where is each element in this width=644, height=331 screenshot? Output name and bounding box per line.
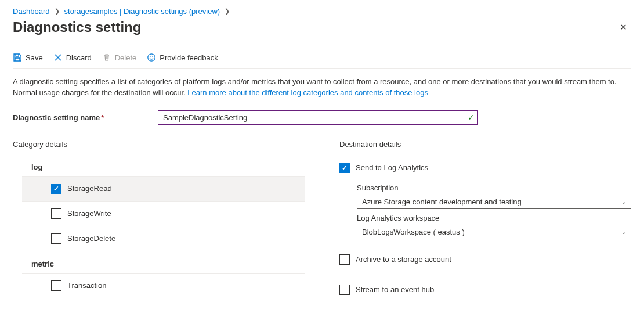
category-row-transaction[interactable]: Transaction bbox=[22, 274, 305, 298]
discard-label: Discard bbox=[66, 53, 92, 62]
subscription-label: Subscription bbox=[357, 184, 631, 192]
svg-point-1 bbox=[150, 56, 151, 57]
setting-name-input[interactable] bbox=[158, 110, 478, 125]
checkbox-eventhub[interactable] bbox=[339, 285, 350, 295]
toolbar: Save Discard Delete Provide feedback bbox=[13, 53, 631, 69]
chevron-down-icon: ⌄ bbox=[621, 229, 626, 235]
required-indicator: * bbox=[101, 113, 104, 122]
delete-icon bbox=[102, 53, 111, 62]
setting-name-label: Diagnostic setting name* bbox=[13, 113, 152, 122]
feedback-label: Provide feedback bbox=[160, 53, 218, 62]
save-button[interactable]: Save bbox=[13, 53, 43, 62]
destination-label: Archive to a storage account bbox=[356, 255, 451, 264]
description-link[interactable]: Learn more about the different log categ… bbox=[187, 88, 428, 97]
destination-row-loganalytics[interactable]: ✓ Send to Log Analytics bbox=[339, 158, 631, 178]
discard-button[interactable]: Discard bbox=[53, 53, 92, 62]
breadcrumb: Dashboard ❯ storagesamples | Diagnostic … bbox=[13, 7, 631, 16]
workspace-label: Log Analytics workspace bbox=[357, 214, 631, 222]
category-label: StorageDelete bbox=[67, 234, 115, 243]
category-heading: Category details bbox=[13, 140, 305, 149]
close-button[interactable]: ✕ bbox=[615, 19, 631, 35]
category-row-storagewrite[interactable]: StorageWrite bbox=[22, 202, 305, 226]
metric-section-title: metric bbox=[22, 255, 305, 274]
destination-details-column: Destination details ✓ Send to Log Analyt… bbox=[339, 140, 631, 300]
subscription-value: Azure Storage content development and te… bbox=[362, 197, 522, 206]
feedback-button[interactable]: Provide feedback bbox=[147, 53, 218, 62]
destination-row-eventhub[interactable]: Stream to an event hub bbox=[339, 280, 631, 300]
category-label: StorageWrite bbox=[67, 209, 111, 218]
description-text: A diagnostic setting specifies a list of… bbox=[13, 77, 631, 99]
delete-label: Delete bbox=[115, 53, 137, 62]
destination-row-archive[interactable]: Archive to a storage account bbox=[339, 250, 631, 269]
checkbox-loganalytics[interactable]: ✓ bbox=[339, 163, 350, 173]
category-label: StorageRead bbox=[67, 184, 112, 193]
breadcrumb-link-resource[interactable]: storagesamples | Diagnostic settings (pr… bbox=[64, 7, 220, 16]
category-row-storagedelete[interactable]: StorageDelete bbox=[22, 226, 305, 251]
save-label: Save bbox=[26, 53, 43, 62]
feedback-icon bbox=[147, 53, 156, 62]
chevron-down-icon: ⌄ bbox=[621, 199, 626, 205]
destination-heading: Destination details bbox=[339, 140, 631, 149]
chevron-right-icon: ❯ bbox=[225, 8, 230, 15]
close-icon: ✕ bbox=[620, 22, 627, 33]
chevron-right-icon: ❯ bbox=[55, 8, 60, 15]
checkbox-storagewrite[interactable] bbox=[51, 208, 61, 219]
category-label: Transaction bbox=[67, 281, 106, 290]
checkbox-storageread[interactable]: ✓ bbox=[51, 184, 61, 194]
page-title: Diagnostics setting bbox=[13, 19, 141, 35]
discard-icon bbox=[53, 53, 63, 62]
workspace-value: BlobLogsWorkspace ( eastus ) bbox=[362, 228, 465, 236]
category-row-storageread[interactable]: ✓ StorageRead bbox=[22, 177, 305, 202]
checkbox-transaction[interactable] bbox=[51, 280, 61, 291]
checkbox-archive[interactable] bbox=[339, 254, 350, 265]
save-icon bbox=[13, 53, 22, 62]
breadcrumb-link-dashboard[interactable]: Dashboard bbox=[13, 7, 50, 16]
log-section-title: log bbox=[22, 158, 305, 177]
workspace-dropdown[interactable]: BlobLogsWorkspace ( eastus ) ⌄ bbox=[357, 225, 631, 239]
destination-label: Stream to an event hub bbox=[356, 285, 434, 294]
subscription-dropdown[interactable]: Azure Storage content development and te… bbox=[357, 195, 631, 209]
checkbox-storagedelete[interactable] bbox=[51, 233, 61, 244]
delete-button: Delete bbox=[102, 53, 137, 62]
svg-point-0 bbox=[148, 54, 155, 61]
destination-label: Send to Log Analytics bbox=[356, 163, 428, 172]
svg-point-2 bbox=[153, 56, 154, 57]
category-details-column: Category details log ✓ StorageRead Stora… bbox=[13, 140, 305, 300]
valid-check-icon: ✓ bbox=[468, 113, 475, 122]
